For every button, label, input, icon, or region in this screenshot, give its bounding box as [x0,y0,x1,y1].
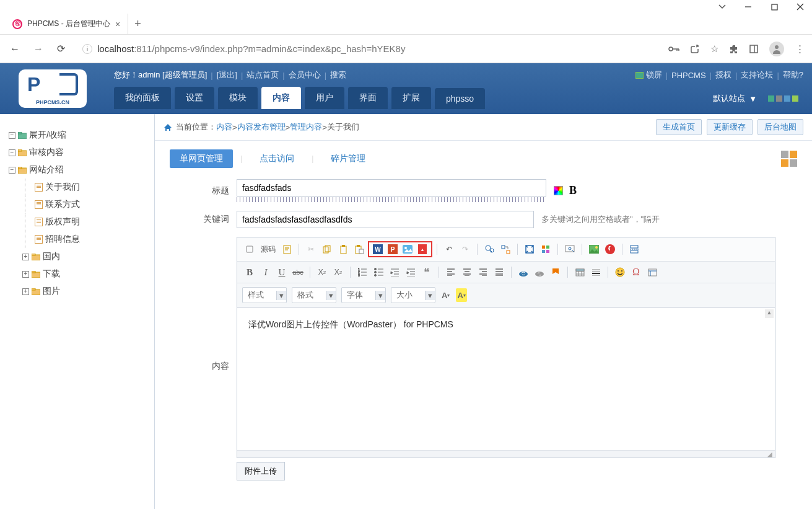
flash-icon[interactable] [603,242,618,256]
outdent-icon[interactable] [387,265,402,279]
tree-audit[interactable]: −审核内容 [7,144,147,161]
help-link[interactable]: 帮助? [783,69,803,81]
scroll-up-icon[interactable]: ▲ [765,309,774,318]
extensions-icon[interactable] [730,45,738,53]
subtab-visit[interactable]: 点击访问 [250,149,304,168]
hr-icon[interactable] [588,265,603,279]
back-button[interactable]: ← [7,42,22,56]
attach-button[interactable]: 附件上传 [237,462,285,480]
sidebar-toggle-icon[interactable] [749,45,758,53]
title-input[interactable] [237,179,546,197]
theme-box[interactable] [768,95,774,102]
word-icon[interactable]: W [370,242,385,256]
chevron-down-icon[interactable] [718,2,727,11]
redo-icon[interactable]: ↷ [458,242,473,256]
copy-icon[interactable] [320,242,334,256]
keyword-input[interactable] [237,211,534,228]
close-icon[interactable] [796,2,805,11]
key-icon[interactable] [668,45,679,53]
forum-link[interactable]: 支持论坛 [741,69,773,81]
resize-handle[interactable]: ◢ [237,450,775,458]
align-center-icon[interactable] [460,265,474,279]
layout-switcher[interactable] [781,151,797,167]
phpcms-link[interactable]: PHPCMS [671,71,706,80]
unlink-icon[interactable] [532,265,547,279]
lock-link[interactable]: 锁屏 [635,69,662,81]
license-link[interactable]: 授权 [715,69,731,81]
subtab-page-manage[interactable]: 单网页管理 [170,149,233,168]
link-icon[interactable] [516,265,531,279]
source-icon[interactable] [242,242,257,256]
info-icon[interactable]: i [82,44,92,54]
star-icon[interactable]: ☆ [710,43,718,55]
tree-domestic[interactable]: +国内 [7,248,147,265]
nav-mypanel[interactable]: 我的面板 [114,87,171,109]
nav-extend[interactable]: 扩展 [391,87,431,109]
tab-close-icon[interactable]: × [115,19,120,29]
tree-site-intro[interactable]: −网站介绍 [7,161,147,179]
editor-textarea[interactable]: ▲ 泽优Word图片上传控件（WordPaster） for PHPCMS [237,308,775,450]
pdf-icon[interactable]: ▲ [415,242,430,256]
tree-hiring[interactable]: 招聘信息 [7,231,147,248]
theme-box[interactable] [784,95,790,102]
anchor-icon[interactable] [548,265,563,279]
image-upload-icon[interactable] [400,242,415,256]
table-icon[interactable] [572,265,587,279]
tree-contact[interactable]: 联系方式 [7,196,147,213]
member-center-link[interactable]: 会员中心 [289,69,321,81]
paste-icon[interactable] [336,242,351,256]
nav-content[interactable]: 内容 [261,87,301,109]
insert-image-icon[interactable] [587,242,601,256]
color-palette-icon[interactable] [554,186,563,195]
ol-icon[interactable]: 123 [355,265,370,279]
iframe-icon[interactable] [645,265,660,279]
blocks-icon[interactable] [538,242,553,256]
smiley-icon[interactable] [613,265,627,279]
newpage-icon[interactable] [279,242,294,256]
format-select[interactable]: 格式▾ [292,287,336,303]
replace-icon[interactable] [498,242,513,256]
style-select[interactable]: 样式▾ [242,287,287,303]
bold-icon[interactable]: B [242,265,257,279]
size-select[interactable]: 大小▾ [391,287,435,303]
text-color-icon[interactable]: A▾ [440,288,451,302]
theme-box[interactable] [776,95,782,102]
superscript-icon[interactable]: X2 [331,265,346,279]
share-icon[interactable] [691,45,699,53]
special-char-icon[interactable]: Ω [629,265,644,279]
underline-icon[interactable]: U [274,265,289,279]
reload-button[interactable]: ⟳ [55,42,68,56]
align-right-icon[interactable] [476,265,491,279]
subscript-icon[interactable]: X2 [315,265,330,279]
italic-icon[interactable]: I [258,265,273,279]
logo[interactable]: PPHPCMS.CN [0,63,105,114]
gen-home-button[interactable]: 生成首页 [656,119,702,135]
nav-ui[interactable]: 界面 [348,87,388,109]
tree-copyright[interactable]: 版权声明 [7,213,147,231]
subtab-fragment[interactable]: 碎片管理 [321,149,375,168]
site-home-link[interactable]: 站点首页 [247,69,279,81]
fullscreen-icon[interactable] [522,242,537,256]
bc-publish[interactable]: 内容发布管理 [237,122,286,133]
bc-manage[interactable]: 管理内容 [290,122,322,133]
tree-about[interactable]: 关于我们 [7,179,147,196]
preview-icon[interactable] [562,242,577,256]
bg-color-icon[interactable]: A▾ [456,288,466,302]
find-icon[interactable] [482,242,497,256]
tree-expand[interactable]: −展开/收缩 [7,126,147,144]
nav-users[interactable]: 用户 [305,87,344,109]
url-input[interactable]: i localhost:811/phpcms-v9/index.php?m=ad… [76,41,660,56]
nav-phpsso[interactable]: phpsso [435,88,485,109]
search-link[interactable]: 搜索 [330,69,346,81]
tree-download[interactable]: +下载 [7,265,147,283]
site-select[interactable]: 默认站点 ▼ [708,88,803,109]
source-label[interactable]: 源码 [258,244,278,255]
cut-icon[interactable]: ✂ [303,242,318,256]
tree-images[interactable]: +图片 [7,283,147,300]
home-icon[interactable] [164,123,172,131]
minimize-icon[interactable] [744,2,753,11]
align-justify-icon[interactable] [492,265,507,279]
nav-modules[interactable]: 模块 [218,87,258,109]
ul-icon[interactable] [371,265,386,279]
font-select[interactable]: 字体▾ [341,287,386,303]
